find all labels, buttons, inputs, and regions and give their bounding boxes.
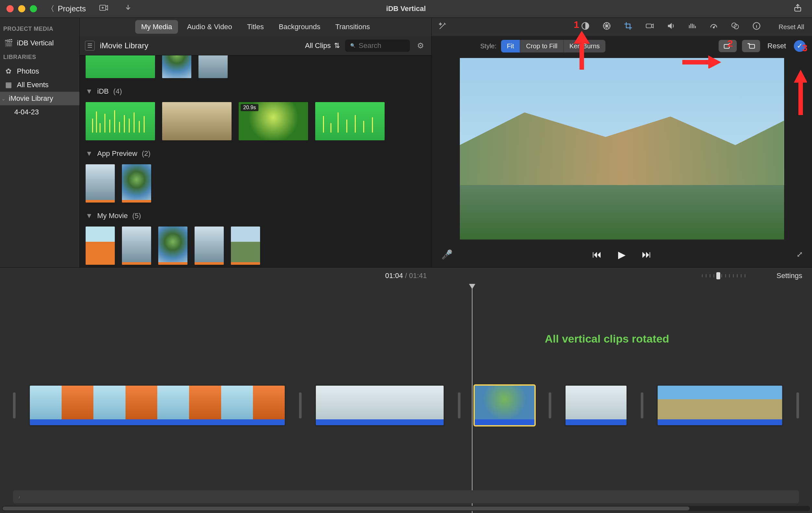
volume-icon[interactable] xyxy=(665,21,677,33)
event-header-idb[interactable]: ▼ iDB (4) xyxy=(86,87,426,96)
clips-scroll-area[interactable]: ▼ iDB (4) xyxy=(80,55,431,267)
scrollbar-thumb[interactable] xyxy=(3,507,689,510)
library-name: iMovie Library xyxy=(100,41,148,50)
annotation-arrow-1 xyxy=(574,31,590,71)
video-clip[interactable] xyxy=(122,227,151,265)
event-name: App Preview xyxy=(97,149,138,158)
next-frame-button[interactable]: ⏭ xyxy=(642,249,651,260)
annotation-arrow-2 xyxy=(682,55,721,69)
music-note-icon: ♪ xyxy=(18,494,21,500)
video-clip[interactable] xyxy=(162,102,232,140)
transport-controls: 🎤 ⏮ ▶ ⏭ ⤢ xyxy=(432,241,812,267)
clip-edge-handle[interactable] xyxy=(13,392,16,418)
browser-settings-button[interactable]: ⚙ xyxy=(415,40,426,51)
video-clip[interactable] xyxy=(199,55,228,78)
timeline-body[interactable]: All vertical clips rotated xyxy=(0,284,812,513)
sidebar-item-all-events[interactable]: ▦ All Events xyxy=(0,78,80,92)
sidebar-item-photos[interactable]: ✿ Photos xyxy=(0,64,80,78)
sidebar-item-event-date[interactable]: 4-04-23 xyxy=(0,105,80,119)
video-clip[interactable] xyxy=(162,55,191,78)
noise-reduction-icon[interactable] xyxy=(687,21,698,33)
media-import-icon[interactable] xyxy=(99,3,108,14)
event-name: My Movie xyxy=(97,212,128,220)
clip-edge-handle[interactable] xyxy=(796,392,799,418)
timeline-clip[interactable] xyxy=(315,384,445,426)
clip-duration-tag: 20.9s xyxy=(241,104,258,111)
video-clip[interactable] xyxy=(158,227,187,265)
style-crop-to-fill[interactable]: Crop to Fill xyxy=(520,40,563,53)
tab-my-media[interactable]: My Media xyxy=(135,20,178,34)
timeline-clip-selected[interactable] xyxy=(473,384,535,426)
clip-edge-handle[interactable] xyxy=(458,392,461,418)
sidebar-item-imovie-library[interactable]: ⌄ iMovie Library xyxy=(0,92,80,105)
timeline-settings-button[interactable]: Settings xyxy=(777,272,803,280)
close-window-button[interactable] xyxy=(6,5,13,12)
audio-clip[interactable] xyxy=(86,55,155,78)
stabilization-icon[interactable] xyxy=(644,21,656,33)
magic-wand-icon[interactable] xyxy=(438,21,447,33)
list-view-toggle[interactable]: ☰ xyxy=(85,41,95,51)
search-icon: 🔍 xyxy=(350,43,355,48)
event-name: iDB xyxy=(97,87,109,96)
timeline-clip[interactable] xyxy=(29,384,286,426)
event-header-my-movie[interactable]: ▼ My Movie (5) xyxy=(86,212,426,220)
video-clip[interactable] xyxy=(122,164,151,203)
svg-rect-11 xyxy=(749,44,755,48)
annotation-number-3: 3 xyxy=(802,42,808,54)
video-preview[interactable] xyxy=(460,58,784,240)
project-name: iDB Vertical xyxy=(17,39,54,47)
svg-marker-15 xyxy=(708,55,721,68)
timeline-clip[interactable] xyxy=(564,384,628,426)
share-button[interactable] xyxy=(793,3,802,14)
video-clip[interactable] xyxy=(86,164,115,203)
crop-icon[interactable] xyxy=(622,21,634,33)
tab-transitions[interactable]: Transitions xyxy=(329,20,376,34)
clip-edge-handle[interactable] xyxy=(641,392,643,418)
svg-marker-17 xyxy=(794,70,807,83)
audio-track-empty[interactable]: ♪ xyxy=(13,490,799,503)
clip-edge-handle[interactable] xyxy=(549,392,551,418)
clip-edge-handle[interactable] xyxy=(299,392,301,418)
reset-all-button[interactable]: Reset All xyxy=(779,23,804,31)
zoom-slider[interactable] xyxy=(702,274,747,277)
zoom-knob[interactable] xyxy=(716,272,720,279)
timeline-clip[interactable] xyxy=(656,384,783,426)
timeline-annotation: All vertical clips rotated xyxy=(545,332,669,345)
video-clip[interactable] xyxy=(195,227,224,265)
minimize-window-button[interactable] xyxy=(18,5,25,12)
clip-filter-icon[interactable] xyxy=(729,21,741,33)
back-label: Projects xyxy=(58,4,86,13)
crop-reset-button[interactable]: Reset xyxy=(767,42,786,50)
search-input[interactable] xyxy=(359,41,405,50)
video-clip[interactable]: 20.9s xyxy=(239,102,308,140)
search-field[interactable]: 🔍 xyxy=(345,39,410,52)
rotate-cw-button[interactable] xyxy=(742,40,760,52)
video-clip[interactable] xyxy=(231,227,260,265)
event-header-app-preview[interactable]: ▼ App Preview (2) xyxy=(86,149,426,158)
speed-icon[interactable] xyxy=(708,21,720,33)
voiceover-mic-icon[interactable]: 🎤 xyxy=(441,249,453,260)
timeline-scrollbar[interactable] xyxy=(2,506,810,511)
color-correction-icon[interactable] xyxy=(601,21,613,33)
prev-frame-button[interactable]: ⏮ xyxy=(592,249,602,260)
tab-audio-video[interactable]: Audio & Video xyxy=(181,20,238,34)
maximize-window-button[interactable] xyxy=(30,5,37,12)
tab-backgrounds[interactable]: Backgrounds xyxy=(273,20,326,34)
video-clip[interactable] xyxy=(86,227,115,265)
style-fit[interactable]: Fit xyxy=(501,40,520,53)
fullscreen-icon[interactable]: ⤢ xyxy=(796,250,803,259)
download-icon[interactable] xyxy=(124,4,132,14)
timeline-header: 01:04 / 01:41 Settings xyxy=(0,268,812,284)
playhead-handle-icon[interactable] xyxy=(469,284,476,289)
project-media-item[interactable]: 🎬 iDB Vertical xyxy=(0,36,80,50)
tab-titles[interactable]: Titles xyxy=(241,20,270,34)
audio-clip[interactable] xyxy=(86,102,155,140)
preview-area xyxy=(432,56,812,241)
timeline-time: 01:04 / 01:41 xyxy=(0,272,812,280)
audio-clip[interactable] xyxy=(315,102,385,140)
info-icon[interactable] xyxy=(751,21,762,33)
style-label: Style: xyxy=(480,42,496,50)
back-to-projects-button[interactable]: 〈 Projects xyxy=(47,4,86,14)
play-button[interactable]: ▶ xyxy=(618,249,626,260)
clips-filter-dropdown[interactable]: All Clips ⇅ xyxy=(305,41,340,50)
